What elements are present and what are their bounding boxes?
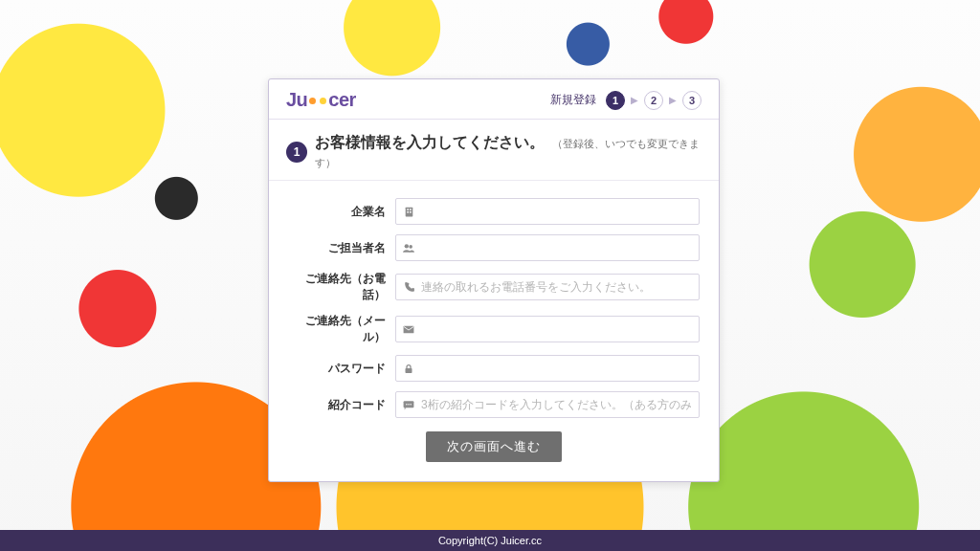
registration-form: 企業名 ご担当者名 ご連絡先（お電話） (269, 181, 719, 481)
juicer-logo: Ju cer (286, 89, 356, 111)
step-badge: 1 (286, 142, 307, 163)
steps-label: 新規登録 (550, 92, 596, 108)
building-icon (396, 206, 421, 218)
label-referral: 紹介コード (288, 397, 395, 413)
field-referral: 紹介コード (288, 391, 700, 418)
input-wrap-phone (395, 274, 700, 300)
input-wrap-contact (395, 234, 700, 261)
svg-rect-7 (404, 325, 414, 333)
company-input[interactable] (421, 199, 699, 224)
chevron-right-icon: ▶ (631, 95, 638, 105)
copyright-text: Copyright(C) Juicer.cc (438, 535, 542, 546)
mail-icon (396, 323, 421, 336)
field-email: ご連絡先（メール） (288, 313, 700, 345)
field-password: パスワード (288, 355, 700, 382)
input-wrap-referral (395, 391, 700, 418)
step-1: 1 (606, 91, 625, 110)
input-wrap-password (395, 355, 700, 382)
label-phone: ご連絡先（お電話） (288, 271, 395, 303)
section-title: お客様情報を入力してください。 （登録後、いつでも変更できます） (315, 133, 702, 170)
lock-icon (396, 363, 421, 375)
svg-point-11 (408, 403, 409, 404)
svg-rect-3 (407, 210, 409, 212)
input-wrap-company (395, 198, 700, 225)
password-input[interactable] (421, 356, 699, 381)
section-title-row: 1 お客様情報を入力してください。 （登録後、いつでも変更できます） (269, 120, 719, 181)
svg-rect-0 (405, 207, 412, 216)
field-phone: ご連絡先（お電話） (288, 271, 700, 303)
svg-rect-8 (406, 368, 412, 373)
next-button[interactable]: 次の画面へ進む (426, 431, 562, 462)
phone-input[interactable] (421, 275, 699, 299)
svg-rect-2 (410, 209, 412, 210)
svg-rect-1 (407, 209, 409, 210)
registration-card: Ju cer 新規登録 1 ▶ 2 ▶ 3 1 お客様情報を入力してください。 … (268, 78, 720, 482)
logo-dot-yellow-icon (320, 98, 326, 104)
input-wrap-email (395, 316, 700, 342)
section-title-text: お客様情報を入力してください。 (315, 134, 545, 150)
svg-point-5 (405, 244, 409, 248)
email-input[interactable] (421, 317, 699, 342)
contact-name-input[interactable] (421, 235, 699, 260)
logo-text-right: cer (328, 89, 356, 111)
step-indicator: 新規登録 1 ▶ 2 ▶ 3 (550, 91, 702, 110)
label-company: 企業名 (288, 204, 395, 220)
svg-point-12 (410, 403, 411, 404)
field-contact: ご担当者名 (288, 234, 700, 261)
submit-row: 次の画面へ進む (288, 431, 700, 462)
logo-text-left: Ju (286, 89, 307, 111)
logo-dot-orange-icon (309, 98, 316, 104)
phone-icon (396, 281, 421, 294)
step-3: 3 (682, 91, 702, 110)
svg-point-10 (406, 403, 407, 404)
page-footer: Copyright(C) Juicer.cc (0, 530, 980, 551)
svg-point-6 (409, 245, 412, 249)
people-icon (396, 242, 421, 254)
label-email: ご連絡先（メール） (288, 313, 395, 345)
referral-code-input[interactable] (421, 392, 699, 417)
chat-icon (396, 399, 421, 411)
label-contact: ご担当者名 (288, 240, 395, 256)
card-header: Ju cer 新規登録 1 ▶ 2 ▶ 3 (269, 79, 719, 119)
svg-rect-4 (410, 210, 412, 212)
label-password: パスワード (288, 361, 395, 377)
step-2: 2 (644, 91, 663, 110)
field-company: 企業名 (288, 198, 700, 225)
chevron-right-icon: ▶ (669, 95, 677, 105)
